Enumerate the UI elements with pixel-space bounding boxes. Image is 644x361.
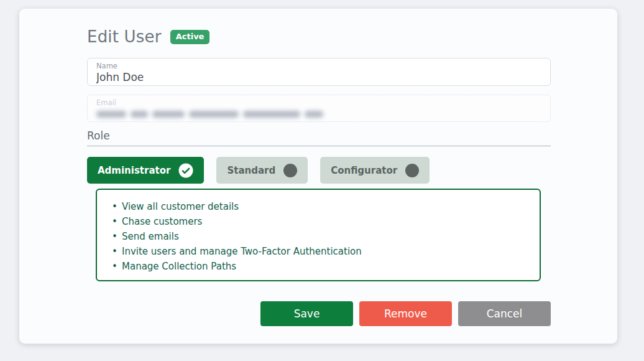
remove-button[interactable]: Remove — [359, 301, 452, 326]
role-option-administrator[interactable]: Administrator — [87, 157, 204, 184]
action-buttons: Save Remove Cancel — [87, 301, 551, 326]
permission-item: View all customer details — [112, 199, 533, 214]
permission-item: Chase customers — [112, 214, 533, 229]
role-option-standard[interactable]: Standard — [216, 157, 308, 184]
save-button[interactable]: Save — [260, 301, 353, 326]
cancel-button[interactable]: Cancel — [458, 301, 551, 326]
role-option-label: Configurator — [331, 165, 397, 176]
name-input[interactable] — [96, 70, 541, 84]
email-label: Email — [96, 99, 541, 107]
name-label: Name — [96, 62, 541, 70]
role-section-label: Role — [87, 130, 551, 141]
radio-dot-icon — [283, 164, 297, 177]
role-option-label: Administrator — [98, 165, 170, 176]
edit-user-card: Edit User Active Name Email Role Adminis… — [19, 9, 617, 344]
role-options: Administrator Standard Configurator — [87, 157, 551, 184]
status-badge: Active — [170, 30, 210, 44]
title-row: Edit User Active — [87, 29, 551, 45]
role-divider — [87, 146, 551, 146]
permissions-box: View all customer details Chase customer… — [96, 189, 541, 281]
email-redacted-value — [96, 111, 541, 118]
permission-item: Manage Collection Paths — [112, 259, 533, 274]
radio-dot-icon — [405, 164, 419, 177]
email-field: Email — [87, 95, 551, 122]
edit-user-form: Edit User Active Name Email Role Adminis… — [87, 9, 551, 326]
permissions-list: View all customer details Chase customer… — [112, 199, 533, 274]
role-option-configurator[interactable]: Configurator — [320, 157, 430, 184]
permission-item: Invite users and manage Two-Factor Authe… — [112, 244, 533, 259]
page-title: Edit User — [87, 29, 162, 45]
check-circle-icon — [178, 163, 193, 178]
role-option-label: Standard — [227, 165, 275, 176]
name-field[interactable]: Name — [87, 58, 551, 86]
permission-item: Send emails — [112, 229, 533, 244]
